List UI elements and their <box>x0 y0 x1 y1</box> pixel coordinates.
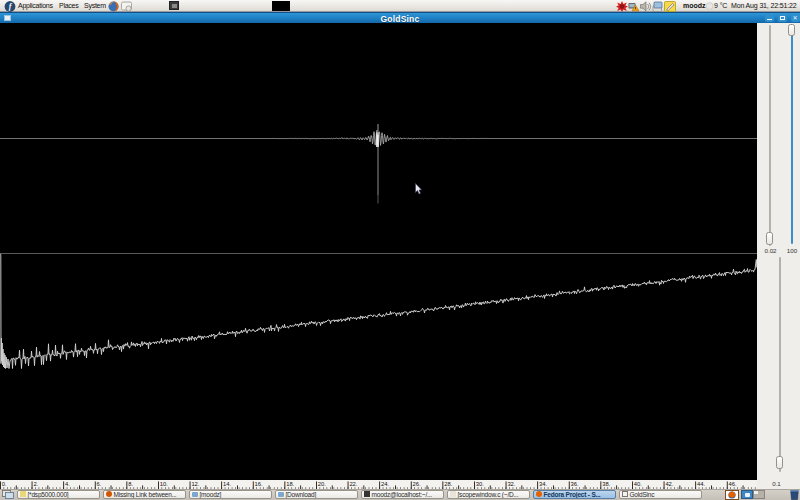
svg-text:30.: 30. <box>476 481 484 487</box>
svg-text:22.: 22. <box>349 481 357 487</box>
svg-text:18.: 18. <box>286 481 294 487</box>
svg-text:14.: 14. <box>223 481 231 487</box>
svg-text:16.: 16. <box>255 481 263 487</box>
svg-text:6.: 6. <box>97 481 102 487</box>
svg-text:20.: 20. <box>318 481 326 487</box>
svg-text:8.: 8. <box>128 481 133 487</box>
svg-text:36.: 36. <box>571 481 579 487</box>
svg-text:26.: 26. <box>413 481 421 487</box>
svg-text:24.: 24. <box>381 481 389 487</box>
svg-text:32.: 32. <box>507 481 515 487</box>
svg-text:34.: 34. <box>539 481 547 487</box>
svg-text:42.: 42. <box>665 481 673 487</box>
svg-text:10.: 10. <box>160 481 168 487</box>
svg-text:4.: 4. <box>65 481 70 487</box>
svg-text:28.: 28. <box>444 481 452 487</box>
svg-text:46.: 46. <box>729 481 737 487</box>
svg-text:44.: 44. <box>697 481 705 487</box>
svg-text:2.: 2. <box>33 481 38 487</box>
svg-text:0.: 0. <box>2 481 7 487</box>
svg-text:12.: 12. <box>191 481 199 487</box>
svg-text:40.: 40. <box>634 481 642 487</box>
svg-text:38.: 38. <box>602 481 610 487</box>
